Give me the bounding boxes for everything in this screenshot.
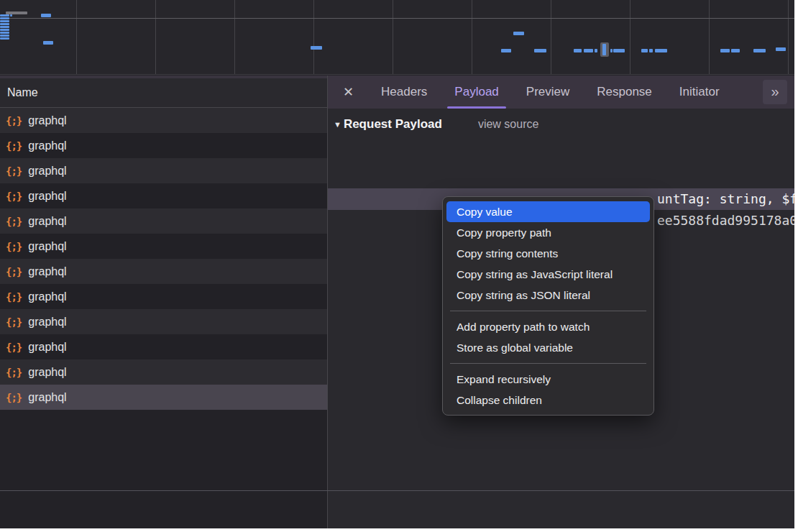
menu-item-copy-property-path[interactable]: Copy property path: [443, 222, 653, 243]
request-timing-bar: [613, 49, 625, 52]
request-timing-bar: [0, 32, 9, 34]
request-timing-bar: [731, 49, 740, 52]
request-timing-bar: [574, 49, 582, 52]
request-timing-bar: [0, 17, 9, 19]
request-timing-bar: [655, 49, 667, 52]
request-name-label: graphql: [28, 341, 66, 354]
json-file-icon: {;}: [6, 367, 22, 378]
request-name-label: graphql: [28, 290, 66, 303]
request-row[interactable]: {;}graphql: [0, 259, 327, 284]
request-name-label: graphql: [28, 114, 66, 127]
overview-gridline: [393, 0, 393, 74]
json-file-icon: {;}: [6, 115, 22, 127]
details-tab-bar: ✕ HeadersPayloadPreviewResponseInitiator…: [328, 75, 794, 109]
request-timing-bar: [641, 49, 648, 52]
request-timing-bar: [0, 29, 9, 31]
request-row[interactable]: {;}graphql: [0, 309, 327, 334]
overview-gridline: [234, 0, 235, 74]
request-name-label: graphql: [28, 366, 66, 379]
tab-payload[interactable]: Payload: [454, 75, 498, 109]
request-timing-bar: [0, 26, 9, 28]
overview-gridline: [788, 0, 789, 74]
name-column-label: Name: [7, 86, 38, 98]
tab-preview[interactable]: Preview: [526, 75, 569, 109]
close-icon[interactable]: ✕: [343, 75, 354, 109]
json-file-icon: {;}: [6, 316, 22, 328]
request-row[interactable]: {;}graphql: [0, 108, 327, 133]
menu-item-collapse-children[interactable]: Collapse children: [443, 390, 653, 411]
overview-gridline: [76, 0, 77, 74]
variables-value-fragment: ee5588fdad995178a0: [657, 210, 794, 231]
request-row[interactable]: {;}graphql: [0, 284, 327, 309]
tree-row-operation-name[interactable]: operationName: "ipFlowTimeseries": [328, 167, 794, 188]
overview-gridline: [472, 0, 472, 74]
menu-item-copy-string-as-json-literal[interactable]: Copy string as JSON literal: [443, 285, 653, 306]
overview-gridline: [630, 0, 630, 74]
menu-item-add-property-path-to-watch[interactable]: Add property path to watch: [443, 316, 653, 337]
summary-bar-divider: [0, 490, 794, 491]
devtools-network-panel: Name {;}graphql{;}graphql{;}graphql{;}gr…: [0, 0, 794, 528]
request-timing-bar: [720, 49, 730, 52]
request-row[interactable]: {;}graphql: [0, 234, 327, 259]
devtools-window: Name {;}graphql{;}graphql{;}graphql{;}gr…: [0, 0, 798, 532]
request-name-label: graphql: [28, 316, 66, 329]
request-name-label: graphql: [28, 391, 66, 404]
overview-gridline: [551, 0, 551, 74]
json-file-icon: {;}: [6, 392, 22, 403]
menu-separator: [450, 311, 646, 311]
request-row[interactable]: {;}graphql: [0, 183, 327, 208]
network-overview-strip[interactable]: [0, 0, 794, 75]
tab-response[interactable]: Response: [597, 75, 652, 109]
request-timing-bar: [41, 14, 51, 17]
request-row[interactable]: {;}graphql: [0, 208, 327, 234]
request-timing-bar: [649, 49, 653, 52]
requests-panel: Name {;}graphql{;}graphql{;}graphql{;}gr…: [0, 75, 327, 528]
request-payload-section-header[interactable]: ▼Request Payloadview source: [334, 117, 538, 132]
request-name-label: graphql: [28, 139, 66, 152]
menu-item-store-as-global-variable[interactable]: Store as global variable: [443, 337, 653, 358]
request-row[interactable]: {;}graphql: [0, 158, 327, 183]
request-row[interactable]: {;}graphql: [0, 385, 327, 410]
name-column-header[interactable]: Name: [0, 75, 327, 108]
overview-gridline: [709, 0, 710, 74]
hovered-request-bar: [602, 44, 606, 55]
tree-row-root[interactable]: ▼{operationName: "ipFlowTimeseries", var…: [328, 145, 794, 167]
tab-initiator[interactable]: Initiator: [679, 75, 720, 109]
view-source-link[interactable]: view source: [478, 118, 538, 130]
request-timing-bar: [0, 35, 9, 37]
section-collapse-icon[interactable]: ▼: [334, 120, 341, 129]
section-title: Request Payload: [344, 117, 442, 131]
menu-separator: [450, 363, 646, 364]
request-row[interactable]: {;}graphql: [0, 359, 327, 385]
query-value-fragment: untTag: string, $f: [657, 188, 794, 210]
menu-item-copy-string-contents[interactable]: Copy string contents: [443, 243, 653, 264]
request-timing-bar: [43, 41, 53, 45]
request-timing-bar: [753, 49, 766, 52]
overview-horizontal-gridline: [0, 18, 794, 19]
menu-item-copy-string-as-javascript-literal[interactable]: Copy string as JavaScript literal: [443, 264, 653, 285]
request-list: {;}graphql{;}graphql{;}graphql{;}graphql…: [0, 108, 327, 410]
request-timing-bar: [0, 14, 9, 17]
json-file-icon: {;}: [6, 140, 22, 152]
request-timing-bar: [610, 49, 613, 52]
json-file-icon: {;}: [6, 191, 22, 202]
request-name-label: graphql: [28, 165, 66, 178]
request-timing-bar: [311, 46, 322, 50]
request-row[interactable]: {;}graphql: [0, 133, 327, 158]
request-timing-bar: [584, 49, 593, 52]
menu-item-copy-value[interactable]: Copy value: [446, 201, 650, 222]
json-file-icon: {;}: [6, 241, 22, 252]
request-timing-bar: [10, 14, 12, 17]
request-timing-bar: [501, 49, 511, 52]
tab-headers[interactable]: Headers: [381, 75, 427, 109]
panel-split-divider[interactable]: [327, 75, 328, 528]
menu-item-expand-recursively[interactable]: Expand recursively: [443, 369, 653, 390]
request-timing-bar: [0, 20, 9, 22]
context-menu: Copy valueCopy property pathCopy string …: [442, 196, 654, 416]
details-tabs: HeadersPayloadPreviewResponseInitiator: [354, 75, 719, 109]
overview-gridline: [155, 0, 156, 74]
request-name-label: graphql: [28, 265, 66, 278]
more-tabs-icon[interactable]: »: [763, 80, 787, 104]
json-file-icon: {;}: [6, 341, 22, 353]
request-row[interactable]: {;}graphql: [0, 334, 327, 359]
